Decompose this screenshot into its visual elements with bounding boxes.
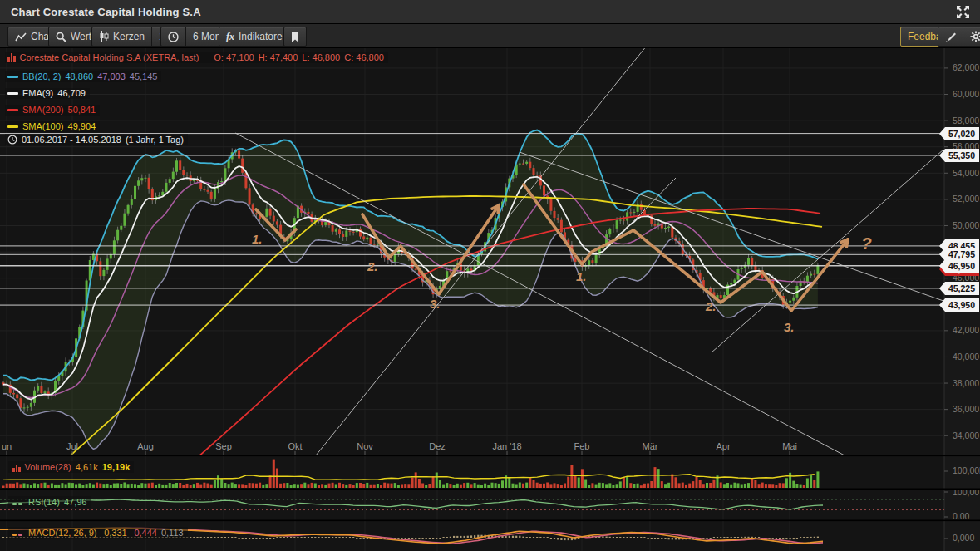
price-level-badge: 55,350 (939, 149, 979, 162)
rsi-legend[interactable]: RSI(14) 47,96 (8, 494, 91, 509)
rsi-value: 47,96 (64, 497, 87, 507)
svg-text:47,795: 47,795 (948, 249, 975, 259)
svg-text:Sep: Sep (215, 441, 232, 451)
legend-bb[interactable]: BB(20, 2) 48,860 47,003 45,145 (5, 71, 161, 82)
instrument-name: Corestate Capital Holding S.A (XETRA, la… (20, 53, 199, 62)
line-chart-icon (15, 32, 27, 42)
sma100-icon (7, 125, 18, 128)
price-level-badge: 47,795 (939, 248, 979, 261)
svg-text:Mär: Mär (643, 441, 658, 451)
price-level-badge: 45,225 (939, 282, 979, 295)
svg-text:42,000: 42,000 (953, 325, 979, 335)
svg-text:2.: 2. (367, 259, 378, 273)
bb-lower-value: 45,145 (130, 72, 158, 81)
svg-text:?: ? (861, 234, 872, 253)
ohlc-low: L: 46,800 (302, 53, 340, 62)
svg-text:0,000: 0,000 (953, 533, 974, 543)
svg-text:45,225: 45,225 (948, 283, 975, 293)
svg-text:43,950: 43,950 (948, 300, 975, 310)
svg-text:54,000: 54,000 (953, 168, 979, 178)
kerzen-button-label: Kerzen (113, 31, 145, 42)
bb-middle-value: 47,003 (97, 72, 126, 81)
svg-text:36,000: 36,000 (953, 404, 979, 414)
svg-text:3.: 3. (430, 297, 441, 311)
svg-text:Feb: Feb (574, 441, 590, 451)
candlestick-icon (7, 52, 16, 62)
svg-text:Mai: Mai (782, 441, 797, 451)
time-range-icon-button[interactable] (161, 27, 185, 46)
svg-text:Jul: Jul (66, 441, 78, 451)
ohlc-high: H: 47,400 (259, 53, 298, 62)
svg-text:Jan '18: Jan '18 (492, 441, 521, 451)
svg-text:un: un (2, 441, 12, 451)
svg-text:Nov: Nov (357, 441, 373, 451)
price-level-badge: 57,020 (939, 127, 979, 140)
macd-label: MACD(12, 26, 9) (28, 528, 97, 538)
rsi-label: RSI(14) (28, 497, 60, 507)
volume-ma-value: 4,61k (76, 462, 98, 472)
svg-text:0.00: 0.00 (953, 511, 970, 521)
volume-axis: 100,00k (953, 465, 980, 475)
brush-icon (945, 32, 956, 42)
bb-icon (7, 76, 18, 78)
volume-label: Volume(28) (25, 462, 71, 472)
candle-style-button[interactable]: Kerzen (92, 27, 151, 46)
fx-icon: fx (226, 31, 234, 43)
svg-text:1.: 1. (252, 232, 263, 246)
svg-text:52,000: 52,000 (953, 194, 979, 204)
search-icon (56, 32, 66, 42)
bookmark-icon (291, 32, 299, 42)
svg-text:34,000: 34,000 (953, 430, 979, 440)
app-window: 1.2.3.1.2.3.?62,00060,00058,00056,00054,… (0, 0, 980, 551)
sma200-icon (7, 109, 18, 111)
sma200-value: 50,841 (68, 106, 96, 115)
macd-value: -0,331 (101, 528, 127, 538)
clock-icon (168, 32, 179, 42)
svg-text:57,020: 57,020 (948, 129, 975, 139)
volume-last-value: 19,19k (102, 462, 131, 472)
ohlc-open: O: 47,100 (214, 53, 254, 62)
ohlc-close: C: 46,800 (344, 53, 384, 62)
svg-text:Dez: Dez (429, 441, 446, 451)
svg-text:60,000: 60,000 (953, 89, 979, 99)
svg-text:2.: 2. (705, 299, 717, 313)
price-level-badge: 46,950 (939, 259, 979, 273)
ema-value: 46,709 (57, 89, 86, 98)
sma100-label: SMA(100) (22, 122, 64, 131)
macd-icon (12, 528, 24, 538)
svg-text:1.: 1. (576, 269, 587, 283)
legend-instrument[interactable]: Corestate Capital Holding S.A (XETRA, la… (5, 52, 388, 63)
volume-legend[interactable]: Volume(28) 4,61k 19,19k (8, 460, 134, 475)
price-level-badge: 43,950 (939, 298, 979, 312)
draw-tools-button[interactable] (938, 27, 963, 46)
svg-text:50,000: 50,000 (953, 220, 979, 230)
svg-text:40,000: 40,000 (953, 352, 979, 362)
sma100-value: 49,904 (68, 122, 96, 131)
svg-text:Okt: Okt (288, 441, 302, 451)
expand-icon[interactable] (956, 5, 970, 19)
bb-upper-value: 48,860 (65, 72, 93, 81)
bookmark-button[interactable] (284, 27, 306, 46)
window-title: Chart Corestate Capital Holding S.A (0, 6, 201, 18)
legend-daterange[interactable]: 01.06.2017 - 14.05.2018 (1 Jahr, 1 Tag) (5, 134, 188, 145)
daterange-detail: (1 Jahr, 1 Tag) (126, 135, 184, 145)
window-titlebar: Chart Corestate Capital Holding S.A (0, 0, 980, 24)
macd-legend[interactable]: MACD(12, 26, 9) -0,331 -0,444 0,113 (8, 524, 188, 539)
legend-sma100[interactable]: SMA(100) 49,904 (5, 121, 100, 132)
svg-text:46,950: 46,950 (948, 261, 975, 271)
svg-text:58,000: 58,000 (953, 116, 979, 125)
main-legend: Corestate Capital Holding S.A (XETRA, la… (5, 51, 388, 149)
svg-text:Aug: Aug (137, 441, 154, 451)
settings-button[interactable] (963, 27, 980, 46)
sma200-label: SMA(200) (22, 106, 64, 115)
svg-text:55,350: 55,350 (948, 150, 975, 160)
svg-text:100,00k: 100,00k (953, 465, 980, 475)
svg-text:38,000: 38,000 (953, 378, 979, 388)
legend-ema[interactable]: EMA(9) 46,709 (5, 88, 90, 99)
bb-label: BB(20, 2) (22, 72, 61, 81)
svg-text:3.: 3. (784, 320, 795, 334)
toolbar: Chart Wert Kerzen 1d (0, 24, 980, 48)
legend-sma200[interactable]: SMA(200) 50,841 (5, 105, 100, 116)
ema-label: EMA(9) (22, 89, 53, 98)
ema-icon (7, 92, 18, 95)
